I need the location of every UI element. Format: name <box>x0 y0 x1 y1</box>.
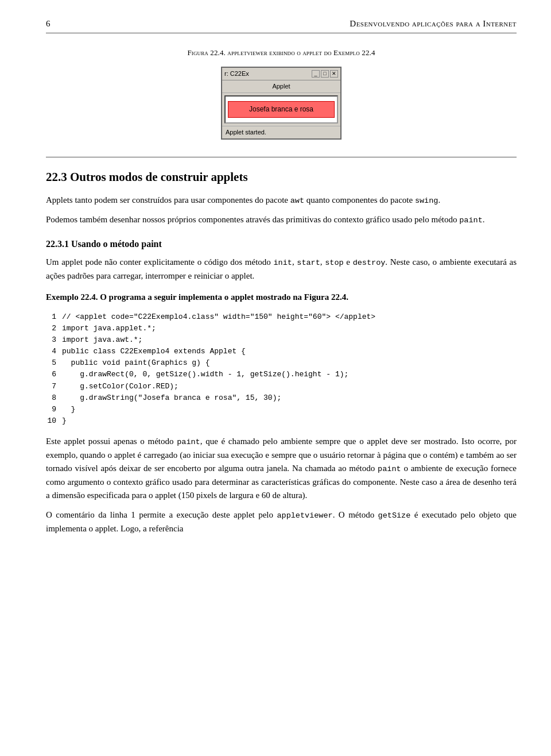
section-22-3-para1: Applets tanto podem ser construídos para… <box>46 194 517 207</box>
para2-paint: paint <box>459 216 483 225</box>
section-22-3-heading-text: 22.3 Outros modos de construir applets <box>46 170 248 184</box>
para1-destroy: destroy <box>353 259 386 267</box>
applet-red-box: Josefa branca e rosa <box>228 101 335 118</box>
applet-titlebar: r: C22Ex _ □ ✕ <box>222 68 340 80</box>
applet-menu-label: Applet <box>272 83 290 90</box>
section-22-3-1-para1: Um applet pode não conter explicitamente… <box>46 256 517 283</box>
figure-caption: Figura 22.4. appletviewer exibindo o app… <box>46 47 517 59</box>
code-line: 8 g.drawString("Josefa branca e rosa", 1… <box>46 392 517 404</box>
para-after2-getsize: getSize <box>378 511 411 520</box>
para1-start2: start <box>297 259 320 267</box>
para1-mid2: e <box>344 257 353 267</box>
para-after1-paint: paint <box>177 438 200 446</box>
code-text: } <box>62 415 67 427</box>
code-lineno: 9 <box>46 404 62 415</box>
applet-titlebar-buttons: _ □ ✕ <box>312 70 338 78</box>
para1-mid: quanto componentes do pacote <box>304 195 415 205</box>
code-line: 9 } <box>46 404 517 415</box>
para1-stop: stop <box>325 259 343 267</box>
section-22-3-1-heading-text: 22.3.1 Usando o método paint <box>46 239 162 249</box>
code-lineno: 2 <box>46 323 62 334</box>
code-lineno: 10 <box>46 415 62 427</box>
code-line: 2import java.applet.*; <box>46 323 517 334</box>
para1-c2: , <box>320 257 325 267</box>
code-lineno: 7 <box>46 381 62 392</box>
applet-window: r: C22Ex _ □ ✕ Applet Josefa branca e ro… <box>221 67 342 140</box>
code-text: // <applet code="C22Exemplo4.class" widt… <box>62 311 375 323</box>
para1-swing: swing <box>415 196 439 205</box>
applet-titlebar-title: r: C22Ex <box>224 69 249 79</box>
section-22-3-heading: 22.3 Outros modos de construir applets <box>46 168 517 187</box>
para-after2: O comentário da linha 1 permite a execuç… <box>46 508 517 535</box>
page-header: 6 Desenvolvendo aplicações para a Intern… <box>46 17 517 33</box>
para-after1-paint2: paint <box>378 465 401 473</box>
para1-awt: awt <box>290 196 304 205</box>
para1-init: init <box>273 259 292 267</box>
code-line: 7 g.setColor(Color.RED); <box>46 381 517 392</box>
code-text: import java.awt.*; <box>62 334 142 346</box>
code-line: 3import java.awt.*; <box>46 334 517 346</box>
para2-end: . <box>483 215 485 224</box>
close-button[interactable]: ✕ <box>330 70 338 78</box>
code-lineno: 6 <box>46 369 62 380</box>
code-lineno: 4 <box>46 346 62 357</box>
applet-menubar[interactable]: Applet <box>222 80 340 93</box>
minimize-button[interactable]: _ <box>312 70 320 78</box>
page-title: Desenvolvendo aplicações para a Internet <box>350 17 517 30</box>
para-after2-end: . O método <box>333 510 378 519</box>
restore-button[interactable]: □ <box>321 70 329 78</box>
para1-start: Um applet pode não conter explicitamente… <box>46 257 273 267</box>
page-number: 6 <box>46 17 51 30</box>
para-after2-start: O comentário da linha 1 permite a execuç… <box>46 510 277 519</box>
code-lineno: 8 <box>46 392 62 404</box>
code-text: g.drawString("Josefa branca e rosa", 15,… <box>62 392 281 404</box>
code-text: } <box>62 404 75 415</box>
code-line: 6 g.drawRect(0, 0, getSize().width - 1, … <box>46 369 517 380</box>
applet-status: Applet started. <box>222 126 340 138</box>
code-line: 4public class C22Exemplo4 extends Applet… <box>46 346 517 357</box>
code-line: 5 public void paint(Graphics g) { <box>46 357 517 369</box>
para2-start: Podemos também desenhar nossos próprios … <box>46 215 459 224</box>
code-line: 1// <applet code="C22Exemplo4.class" wid… <box>46 311 517 323</box>
code-text: g.drawRect(0, 0, getSize().width - 1, ge… <box>62 369 348 380</box>
applet-content: Josefa branca e rosa <box>224 95 338 124</box>
para-after2-appletviewer: appletviewer <box>277 511 332 520</box>
para1-end: . <box>438 195 440 205</box>
code-text: g.setColor(Color.RED); <box>62 381 179 392</box>
section-divider <box>46 157 517 157</box>
code-text: public void paint(Graphics g) { <box>62 357 209 369</box>
code-lineno: 5 <box>46 357 62 369</box>
code-line: 10} <box>46 415 517 427</box>
example-label-text: Exemplo 22.4. <box>46 292 98 302</box>
code-lineno: 1 <box>46 311 62 323</box>
code-lineno: 3 <box>46 334 62 346</box>
example-desc: O programa a seguir implementa o applet … <box>98 292 348 302</box>
figure-container: r: C22Ex _ □ ✕ Applet Josefa branca e ro… <box>46 67 517 140</box>
code-block: 1// <applet code="C22Exemplo4.class" wid… <box>46 311 517 427</box>
para-after1: Este applet possui apenas o método paint… <box>46 435 517 503</box>
code-text: public class C22Exemplo4 extends Applet … <box>62 346 246 357</box>
section-22-3-para2: Podemos também desenhar nossos próprios … <box>46 213 517 227</box>
code-text: import java.applet.*; <box>62 323 156 334</box>
para-after1-start: Este applet possui apenas o método <box>46 437 177 446</box>
example-label: Exemplo 22.4. O programa a seguir implem… <box>46 291 517 304</box>
para1-text: Applets tanto podem ser construídos para… <box>46 195 290 205</box>
section-22-3-1-heading: 22.3.1 Usando o método paint <box>46 237 517 252</box>
